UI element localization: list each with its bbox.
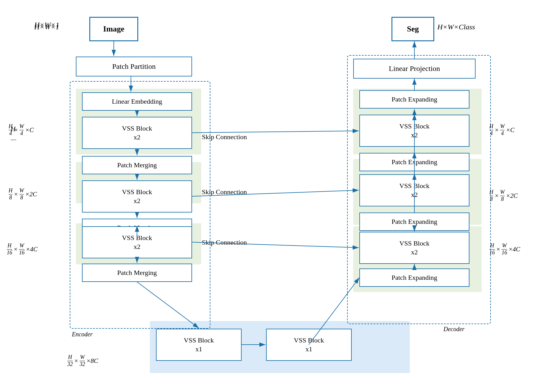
image-box: Image — [89, 17, 138, 41]
diagram: Image Seg Patch Partition Linear Embeddi… — [0, 0, 556, 392]
seg-box: Seg — [391, 17, 434, 41]
patch-merging1-box: Patch Merging — [82, 156, 192, 174]
patch-expanding2-box: Patch Expanding — [359, 153, 469, 171]
linear-projection-box: Linear Projection — [353, 59, 476, 79]
vss-block-enc3-box: VSS Blockx2 — [82, 226, 192, 258]
encoder-label: Encoder — [72, 331, 93, 338]
patch-expanding3-box: Patch Expanding — [359, 213, 469, 231]
vss-block-dec3-box: VSS Blockx2 — [359, 232, 469, 264]
skip-connection-3-label: Skip Connection — [202, 239, 247, 246]
vss-block-enc2-box: VSS Blockx2 — [82, 180, 192, 213]
skip-connection-2-label: Skip Connection — [202, 188, 247, 196]
math-h32w32c-bottom: H 32 × W 32 ×8C — [67, 353, 98, 368]
math-hxwxclass: H×W×Class — [437, 23, 475, 31]
svg-line-20 — [192, 131, 359, 133]
vss-block-dec1-box: VSS Blockx2 — [359, 115, 469, 147]
math-h8w8c-left: H 8 × W 8 ×2C — [9, 187, 37, 201]
math-h16w16c-left: H 16 × W 16 ×4C — [7, 242, 38, 256]
patch-merging3-box: Patch Merging — [82, 264, 192, 282]
decoder-label: Decoder — [443, 326, 465, 333]
vss-block-bot1-box: VSS Blockx1 — [156, 329, 242, 361]
skip-connection-1-label: Skip Connection — [202, 133, 247, 141]
vss-block-enc1-box: VSS Blockx2 — [82, 117, 192, 149]
vss-block-bot2-box: VSS Blockx1 — [266, 329, 352, 361]
math-h16w16c-right: H 16 × W 16 ×4C — [489, 242, 520, 256]
patch-expanding4-box: Patch Expanding — [359, 268, 469, 287]
patch-partition-box: Patch Partition — [76, 57, 192, 76]
math-h8w8c-right: H 8 × W 8 ×2C — [489, 188, 518, 202]
linear-embedding-box: Linear Embedding — [82, 92, 192, 111]
vss-block-dec2-box: VSS Blockx2 — [359, 174, 469, 206]
math-h4w4c-left: H 4 × W 4 ×C — [9, 122, 34, 137]
math-h4w4c-right: H 4 × W 4 ×C — [489, 122, 514, 137]
patch-expanding1-box: Patch Expanding — [359, 90, 469, 109]
math-hxwx1: H×W×1 — [34, 23, 59, 31]
